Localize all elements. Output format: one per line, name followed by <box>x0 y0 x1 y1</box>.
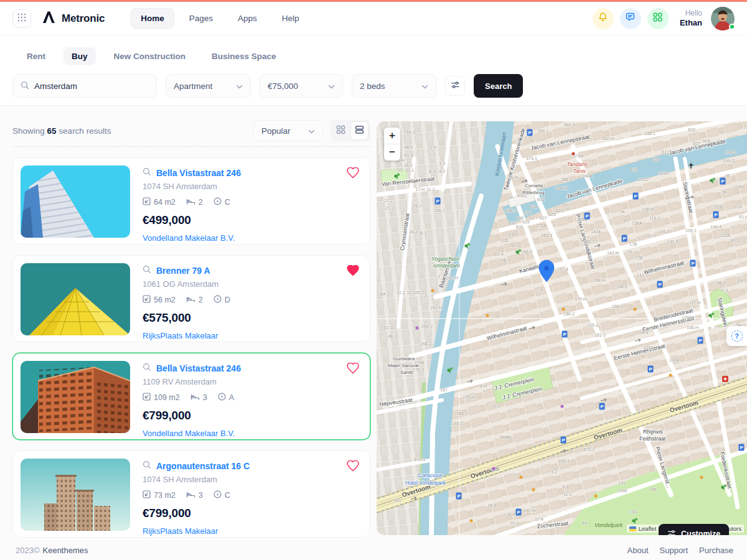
svg-text:607: 607 <box>693 141 700 146</box>
svg-text:119-2: 119-2 <box>658 230 669 234</box>
apps-button[interactable] <box>647 8 669 29</box>
beds-value: 2 beds <box>360 82 385 91</box>
svg-text:P: P <box>457 493 461 499</box>
dot-orange-map-icon <box>519 475 522 478</box>
svg-text:8-1: 8-1 <box>420 231 426 235</box>
svg-text:605: 605 <box>703 139 710 143</box>
listing-address: 1074 SH Amsterdam <box>143 475 250 484</box>
tab-business-space[interactable]: Business Space <box>204 47 284 65</box>
listing-agency-link[interactable]: Vondelland Makelaar B.V. <box>143 429 241 438</box>
svg-text:37-2: 37-2 <box>397 291 405 295</box>
dot-orange-map-icon <box>532 488 535 491</box>
listing-card[interactable]: Bella Vistastraat 246 1109 RV Amsterdam … <box>12 353 370 440</box>
listing-photo <box>21 263 130 335</box>
parking-map-icon: P <box>739 444 745 451</box>
listing-title-link[interactable]: Brenner 79 A <box>156 266 210 276</box>
price-select[interactable]: €75,000 <box>260 74 343 98</box>
svg-text:4-2: 4-2 <box>439 169 445 174</box>
listing-title-link[interactable]: Bella Vistastraat 246 <box>156 168 241 178</box>
list-view-button[interactable] <box>350 121 369 140</box>
listing-title-link[interactable]: Bella Vistastraat 246 <box>156 363 241 373</box>
search-icon <box>21 81 29 91</box>
parking-map-icon: P <box>456 493 462 500</box>
svg-text:36-2: 36-2 <box>404 163 413 167</box>
map-canvas[interactable]: Van RensselaerstraatCrynssenstraatBaarsj… <box>377 121 747 535</box>
tab-new-construction[interactable]: New Construction <box>106 47 194 65</box>
nav-item-home[interactable]: Home <box>131 8 174 29</box>
parking-map-icon: P <box>657 281 663 288</box>
location-search-field[interactable] <box>12 74 157 98</box>
search-icon <box>143 460 151 472</box>
avatar[interactable] <box>711 7 735 30</box>
listing-meta: 73 m2 3 C <box>143 490 250 500</box>
svg-text:Feithstraat: Feithstraat <box>639 436 666 442</box>
favorite-button[interactable] <box>347 167 359 180</box>
online-status-dot <box>729 24 735 30</box>
svg-text:Rhijnvis: Rhijnvis <box>643 429 663 435</box>
svg-text:602: 602 <box>537 197 545 202</box>
map[interactable]: Van RensselaerstraatCrynssenstraatBaarsj… <box>377 121 747 535</box>
svg-text:7-1: 7-1 <box>429 153 435 157</box>
svg-text:P: P <box>714 212 718 218</box>
footer-link-support[interactable]: Support <box>660 546 688 555</box>
notifications-button[interactable] <box>593 8 614 29</box>
listing-agency-link[interactable]: Vondelland Makelaar B.V. <box>143 233 241 243</box>
listing-meta: 56 m2 2 D <box>143 295 230 305</box>
footer-link-purchase[interactable]: Purchase <box>699 546 733 555</box>
property-type-select[interactable]: Apartment <box>166 74 251 98</box>
svg-text:10-2: 10-2 <box>491 404 500 408</box>
listing-card[interactable]: Argonautenstraat 16 C 1074 SH Amsterdam … <box>12 450 370 538</box>
favorite-button[interactable] <box>347 363 359 375</box>
svg-text:166-2: 166-2 <box>521 250 532 254</box>
tab-rent[interactable]: Rent <box>19 47 54 65</box>
svg-text:275-3: 275-3 <box>413 368 424 372</box>
search-button[interactable]: Search <box>474 74 523 98</box>
listing-card[interactable]: Brenner 79 A 1061 OG Amsterdam 56 m2 2 D… <box>12 255 370 342</box>
listing-type-tabs: Rent Buy New Construction Business Space <box>19 46 735 66</box>
svg-text:273A: 273A <box>414 360 425 365</box>
nav-item-apps[interactable]: Apps <box>228 8 267 29</box>
customize-button[interactable]: Customize <box>659 524 729 535</box>
results-count-text: Showing 65 search results <box>12 126 111 136</box>
svg-text:91-H: 91-H <box>739 215 747 219</box>
parking-map-icon: P <box>633 193 639 200</box>
svg-text:P: P <box>600 404 604 409</box>
svg-text:473-3: 473-3 <box>583 447 594 452</box>
favorite-button[interactable] <box>347 460 359 473</box>
greeting-name: Ethan <box>680 18 702 28</box>
brand-logo[interactable]: Metronic <box>41 11 105 27</box>
listing-title-link[interactable]: Argonautenstraat 16 C <box>156 461 250 471</box>
chat-button[interactable] <box>620 8 641 29</box>
nav-item-pages[interactable]: Pages <box>179 8 223 29</box>
svg-text:11-1: 11-1 <box>563 492 572 497</box>
search-controls: Apartment €75,000 2 beds Search <box>12 74 735 98</box>
location-search-input[interactable] <box>34 82 149 91</box>
grid-view-button[interactable] <box>332 121 349 140</box>
svg-text:109-1: 109-1 <box>685 228 697 233</box>
sort-select[interactable]: Popular <box>253 120 323 141</box>
svg-text:159-2: 159-2 <box>612 304 623 309</box>
zoom-in-button[interactable]: + <box>384 128 400 144</box>
parking-map-icon: P <box>690 260 696 267</box>
app-launcher-button[interactable] <box>12 9 31 28</box>
svg-text:18A: 18A <box>649 487 657 492</box>
nav-item-help[interactable]: Help <box>272 8 309 29</box>
listing-card[interactable]: Bella Vistastraat 246 1074 SH Amsterdam … <box>12 157 370 245</box>
copyright-brand-link[interactable]: Keenthemes <box>43 546 88 555</box>
tab-buy[interactable]: Buy <box>63 47 96 65</box>
svg-text:P: P <box>436 198 439 204</box>
footer-link-about[interactable]: About <box>627 546 649 555</box>
beds-select[interactable]: 2 beds <box>352 74 436 98</box>
svg-text:11-2: 11-2 <box>426 187 435 192</box>
svg-text:P: P <box>561 437 565 443</box>
help-fab-button[interactable]: ? <box>726 326 747 346</box>
favorite-button[interactable] <box>347 265 359 278</box>
svg-text:50-3: 50-3 <box>406 130 415 134</box>
advanced-filters-button[interactable] <box>445 76 465 96</box>
svg-text:Yogaschool: Yogaschool <box>431 256 459 262</box>
zoom-out-button[interactable]: − <box>384 144 400 161</box>
chevron-down-icon <box>236 82 243 91</box>
svg-text:23G: 23G <box>629 510 637 514</box>
listing-agency-link[interactable]: RijksPlaats Makelaar <box>143 526 250 536</box>
listing-agency-link[interactable]: RijksPlaats Makelaar <box>143 331 230 340</box>
